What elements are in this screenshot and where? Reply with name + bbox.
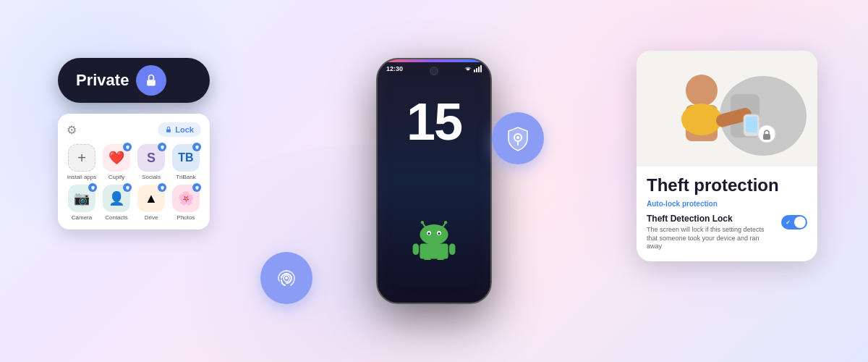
phone-camera [430, 67, 438, 75]
shield-badge [492, 112, 544, 164]
svg-point-3 [421, 221, 424, 224]
drawer-lock-button[interactable]: Lock [158, 122, 201, 137]
svg-rect-11 [420, 244, 448, 259]
status-icons [464, 65, 482, 72]
private-label: Private [76, 71, 129, 90]
theft-detection-row: Theft Detection Lock The screen will loc… [647, 214, 807, 251]
private-lock-icon [136, 65, 166, 96]
wifi-icon [464, 65, 472, 72]
svg-point-6 [420, 224, 448, 245]
app-label: TriBank [176, 174, 195, 180]
svg-point-16 [285, 277, 288, 279]
app-label: Cupify [109, 174, 125, 180]
svg-rect-30 [763, 134, 770, 140]
security-badge [88, 183, 97, 192]
install-apps-icon: + [68, 144, 95, 172]
feature-title: Theft Detection Lock [647, 214, 775, 224]
security-badge [158, 143, 166, 151]
svg-point-9 [428, 232, 430, 235]
svg-point-23 [686, 75, 718, 106]
svg-point-10 [438, 232, 441, 235]
app-label: Drive [145, 214, 158, 221]
theft-detection-toggle[interactable]: ✓ [781, 215, 807, 230]
list-item[interactable]: S Socials [136, 144, 166, 180]
list-item[interactable]: 🌸 Photos [171, 185, 201, 221]
lock-label: Lock [175, 125, 194, 134]
signal-icon [474, 65, 482, 72]
socials-icon: S [137, 144, 165, 172]
app-label: Photos [177, 214, 195, 221]
security-badge [123, 183, 132, 192]
security-badge [192, 143, 201, 151]
svg-rect-28 [746, 117, 757, 132]
svg-point-18 [516, 136, 519, 139]
settings-icon[interactable]: ⚙ [67, 123, 77, 137]
list-item[interactable]: 👤 Contacts [101, 185, 132, 221]
list-item[interactable]: 📷 Camera [67, 185, 97, 221]
phone: 12:30 15 [376, 58, 492, 304]
app-drawer: ⚙ Lock + Install apps ❤️ [58, 114, 210, 230]
svg-rect-1 [166, 130, 171, 132]
svg-rect-13 [449, 244, 455, 255]
security-badge [192, 183, 201, 192]
theft-content: Auto-lock protection Theft Detection Loc… [637, 200, 817, 261]
app-label: Contacts [105, 214, 128, 221]
phone-time: 12:30 [386, 65, 403, 72]
drawer-header: ⚙ Lock [67, 122, 201, 137]
toggle-checkmark: ✓ [786, 219, 791, 226]
app-grid: + Install apps ❤️ Cupify S [67, 144, 201, 221]
private-mode-button[interactable]: Private [58, 58, 210, 103]
app-label: Camera [72, 214, 92, 221]
security-badge [158, 183, 166, 192]
app-label: Install apps [67, 174, 96, 180]
svg-rect-0 [148, 80, 156, 85]
contacts-icon: 👤 [103, 185, 130, 212]
tribank-icon: TB [172, 144, 200, 172]
phone-body: 12:30 15 [376, 58, 492, 304]
theft-illustration [637, 51, 817, 167]
theft-title: Theft protection [637, 167, 817, 200]
svg-rect-12 [413, 244, 419, 255]
theft-subtitle: Auto-lock protection [647, 200, 807, 208]
list-item[interactable]: ❤️ Cupify [101, 144, 132, 180]
app-label: Socials [142, 174, 161, 180]
list-item[interactable]: + Install apps [67, 144, 97, 180]
android-mascot [409, 219, 459, 259]
cupify-icon: ❤️ [103, 144, 130, 172]
security-badge [123, 143, 132, 151]
list-item[interactable]: ▲ Drive [136, 185, 166, 221]
svg-point-25 [681, 104, 722, 135]
photos-icon: 🌸 [172, 185, 200, 212]
list-item[interactable]: TB TriBank [171, 144, 201, 180]
left-panel: Private ⚙ Lock + Install apps [58, 58, 210, 230]
fingerprint-badge [260, 252, 312, 304]
svg-point-5 [444, 221, 447, 224]
camera-icon: 📷 [68, 185, 95, 212]
phone-number: 15 [407, 96, 461, 148]
theft-text: Theft Detection Lock The screen will loc… [647, 214, 775, 251]
theft-protection-panel: Theft protection Auto-lock protection Th… [637, 51, 817, 261]
feature-description: The screen will lock if this setting det… [647, 226, 775, 251]
drive-icon: ▲ [137, 185, 165, 212]
